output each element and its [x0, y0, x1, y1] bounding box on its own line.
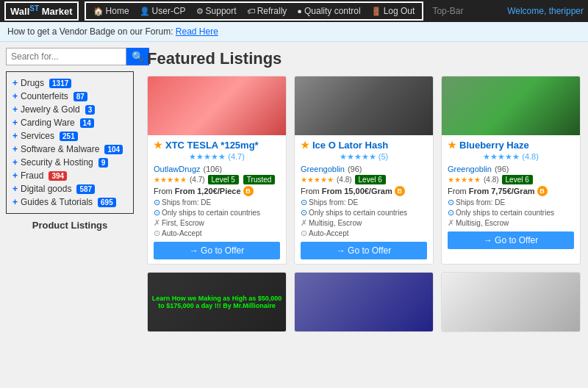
listing-image-bottom-2 [442, 273, 580, 331]
listing-image-2 [442, 76, 580, 135]
seller-name-2[interactable]: Greengoblin [448, 165, 492, 173]
listing-image-1 [295, 76, 433, 135]
listing-image-0 [148, 76, 286, 135]
badge-guides: 695 [98, 198, 116, 207]
category-security[interactable]: + Security & Hosting 9 [12, 156, 127, 169]
listing-title-1[interactable]: ★ Ice O Lator Hash [301, 140, 427, 151]
seller-name-1[interactable]: Greengoblin [301, 165, 345, 173]
listing-stars-0: ★★★★★ (4.7) [154, 152, 280, 162]
escrow2-0: ⊙ Auto-Accept [154, 229, 280, 238]
categories-list: + Drugs 1317 + Counterfeits 87 + Jewelry… [6, 71, 134, 214]
listing-card-bottom-0: Learn How we Making as High as $50,000 t… [147, 272, 287, 332]
listings-top: ★ XTC TESLA *125mg* ★★★★★ (4.7) OutlawDr… [147, 76, 581, 265]
escrow1-0: ✗ First, Escrow [154, 218, 280, 228]
category-guides[interactable]: + Guides & Tutorials 695 [12, 195, 127, 209]
listing-stars-1: ★★★★★ (5) [301, 152, 427, 162]
topbar-label: Top-Bar [432, 6, 463, 16]
category-fraud[interactable]: + Fraud 394 [12, 169, 127, 182]
star-icon-0: ★ [154, 140, 162, 151]
badge-jewelry: 3 [85, 105, 96, 115]
btc-icon-1: B [395, 186, 405, 196]
seller-row-1: Greengoblin (96) [301, 165, 427, 173]
star-icon-1: ★ [301, 140, 309, 151]
star-icon-2: ★ [448, 140, 456, 151]
read-here-link[interactable]: Read Here [176, 26, 218, 37]
category-drugs[interactable]: + Drugs 1317 [12, 76, 127, 90]
nav-home[interactable]: 🏠Home [89, 6, 134, 16]
go-to-offer-1[interactable]: → Go to Offer [301, 242, 427, 259]
featured-title: Featured Listings [147, 49, 581, 68]
badge-counterfeits: 87 [74, 92, 87, 101]
listing-image-bottom-0: Learn How we Making as High as $50,000 t… [148, 273, 286, 331]
nav-usercp[interactable]: 👤User-CP [135, 6, 190, 16]
seller-name-0[interactable]: OutlawDrugz [154, 165, 201, 173]
category-jewelry[interactable]: + Jewelry & Gold 3 [12, 103, 127, 116]
listing-stars-2: ★★★★★ (4.8) [448, 152, 574, 162]
listings-bottom: Learn How we Making as High as $50,000 t… [147, 272, 581, 332]
go-to-offer-0[interactable]: → Go to Offer [154, 242, 280, 259]
ships-info-2: ⊙ Only ships to certain countries [448, 208, 574, 218]
nav-refrally[interactable]: 🏷Refrally [243, 6, 292, 16]
ships-from-0: ⊙ Ships from: DE [154, 198, 280, 207]
top-nav: 🏠Home 👤User-CP ⚙Support 🏷Refrally ●Quali… [85, 1, 424, 21]
level-badge-1: Level 6 [355, 175, 386, 184]
escrow1-2: ✗ Multisig, Escrow [448, 218, 574, 228]
listing-card-bottom-2 [441, 272, 581, 332]
sidebar-title: Product Listings [6, 220, 134, 231]
logo[interactable]: WallST Market [4, 1, 79, 20]
category-carding[interactable]: + Carding Ware 14 [12, 116, 127, 129]
btc-icon-0: B [243, 186, 254, 196]
badge-fraud: 394 [49, 171, 67, 181]
category-services[interactable]: + Services 251 [12, 129, 127, 143]
username: theripper [549, 6, 584, 16]
listing-card-2: ★ Blueberry Haze ★★★★★ (4.8) Greengoblin… [441, 76, 581, 265]
category-software[interactable]: + Software & Malware 104 [12, 143, 127, 156]
badge-services: 251 [60, 132, 78, 141]
price-row-0: From From 1,20€/Piece B [154, 186, 280, 196]
category-counterfeits[interactable]: + Counterfeits 87 [12, 90, 127, 103]
seller-row-2: Greengoblin (96) [448, 165, 574, 173]
ships-info-1: ⊙ Only ships to certain countries [301, 208, 427, 218]
nav-support[interactable]: ⚙Support [192, 6, 241, 16]
badge-digital: 587 [76, 184, 95, 194]
listing-image-bottom-1 [295, 273, 433, 331]
nav-logout[interactable]: 🚪Log Out [367, 6, 420, 16]
logout-icon: 🚪 [371, 7, 381, 16]
seller-row-0: OutlawDrugz (106) [154, 165, 280, 173]
listing-title-2[interactable]: ★ Blueberry Haze [448, 140, 574, 151]
ships-info-0: ⊙ Only ships to certain countries [154, 208, 280, 218]
trusted-badge-0: Trusted [243, 175, 276, 184]
logo-sup: ST [29, 4, 39, 12]
listing-card-bottom-1 [294, 272, 434, 332]
escrow1-1: ✗ Multisig, Escrow [301, 218, 427, 228]
price-row-2: From From 7,75€/Gram B [448, 186, 574, 196]
btc-icon-2: B [537, 186, 548, 196]
content-area: Featured Listings ★ XTC TESLA *125mg* ★★… [140, 42, 588, 340]
user-icon: 👤 [140, 7, 150, 16]
badge-drugs: 1317 [49, 79, 71, 88]
badge-software: 104 [104, 145, 123, 154]
level-badge-2: Level 6 [502, 175, 533, 184]
category-digital[interactable]: + Digital goods 587 [12, 182, 127, 195]
search-box: 🔍 [6, 48, 134, 65]
ships-from-1: ⊙ Ships from: DE [301, 198, 427, 207]
nav-quality[interactable]: ●Quality control [293, 6, 365, 16]
level-badge-0: Level 5 [208, 175, 239, 184]
listing-card-0: ★ XTC TESLA *125mg* ★★★★★ (4.7) OutlawDr… [147, 76, 287, 265]
badge-carding: 14 [80, 118, 94, 128]
price-row-1: From From 15,00€/Gram B [301, 186, 427, 196]
search-input[interactable] [6, 48, 126, 65]
ships-from-2: ⊙ Ships from: DE [448, 198, 574, 207]
quality-icon: ● [297, 7, 302, 15]
escrow2-1: ⊙ Auto-Accept [301, 229, 427, 238]
sidebar: 🔍 + Drugs 1317 + Counterfeits 87 + Jewel… [0, 42, 140, 340]
listing-title-0[interactable]: ★ XTC TESLA *125mg* [154, 140, 280, 151]
infobar: How to get a Vendor Badge on our Forum: … [0, 22, 588, 42]
topbar: WallST Market 🏠Home 👤User-CP ⚙Support 🏷R… [0, 0, 588, 22]
support-icon: ⚙ [196, 7, 204, 16]
home-icon: 🏠 [93, 7, 104, 16]
welcome-message: Welcome, theripper [507, 6, 584, 16]
listing-card-1: ★ Ice O Lator Hash ★★★★★ (5) Greengoblin… [294, 76, 434, 265]
badge-security: 9 [98, 158, 109, 168]
go-to-offer-2[interactable]: → Go to Offer [448, 231, 574, 249]
